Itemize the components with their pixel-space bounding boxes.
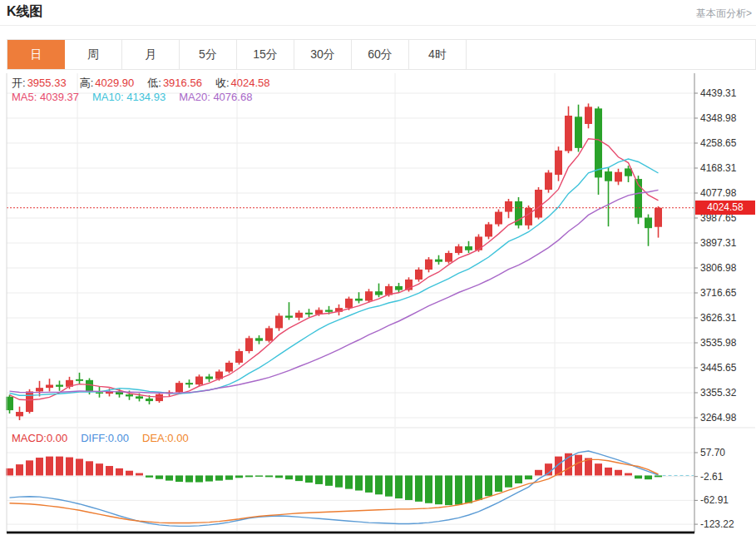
x-axis-line xyxy=(7,532,694,534)
diff-value-readout: DIFF:0.00 xyxy=(81,432,129,444)
ma10-line xyxy=(10,159,659,395)
ma5-line xyxy=(10,139,659,400)
macd-hist-bar xyxy=(605,468,612,476)
macd-hist-bar xyxy=(185,475,193,482)
diff-line xyxy=(10,451,659,526)
candle-body xyxy=(136,396,143,399)
y-tick-label: 4077.98 xyxy=(700,187,737,199)
candle-body xyxy=(655,208,662,227)
macd-hist-bar xyxy=(465,475,472,503)
candle-body xyxy=(245,338,253,351)
macd-hist-bar xyxy=(205,475,213,481)
macd-hist-bar xyxy=(26,460,33,475)
candle-body xyxy=(645,218,652,229)
macd-hist-bar xyxy=(215,475,223,480)
candle-body xyxy=(525,208,532,225)
macd-hist-bar xyxy=(305,475,313,483)
candle-body xyxy=(275,315,283,328)
macd-hist-bar xyxy=(595,463,602,475)
ma5-readout: MA5: 4039.37 xyxy=(12,91,79,103)
y-tick-label: 3355.32 xyxy=(700,387,737,399)
candle-body xyxy=(435,260,442,262)
macd-hist-bar xyxy=(335,475,343,487)
macd-hist-bar xyxy=(485,475,492,496)
macd-hist-bar xyxy=(46,457,53,476)
macd-hist-bar xyxy=(435,475,442,504)
candle-body xyxy=(185,383,193,384)
candle-body xyxy=(585,107,592,124)
candle-body xyxy=(375,291,383,295)
macd-hist-bar xyxy=(136,473,143,476)
macd-value-readout: MACD:0.00 xyxy=(12,432,67,444)
candle-body xyxy=(555,151,562,175)
candle-body xyxy=(265,328,273,340)
macd-hist-bar xyxy=(455,475,462,504)
candle-body xyxy=(225,363,233,372)
macd-hist-bar xyxy=(225,475,233,479)
macd-hist-bar xyxy=(655,475,662,477)
candle-body xyxy=(535,190,542,218)
macd-hist-bar xyxy=(255,475,263,476)
candle-body xyxy=(56,384,63,386)
macd-hist-bar xyxy=(475,475,482,499)
candle-body xyxy=(16,412,23,416)
high-readout: 高:4029.90 xyxy=(80,76,135,91)
macd-hist-bar xyxy=(395,475,403,498)
candle-body xyxy=(195,377,203,385)
open-readout: 开:3955.33 xyxy=(12,76,67,91)
macd-hist-bar xyxy=(56,457,63,476)
y-tick-label: -2.61 xyxy=(700,471,724,483)
macd-hist-bar xyxy=(535,470,542,476)
candle-body xyxy=(575,116,582,148)
macd-hist-bar xyxy=(295,475,303,481)
candle-body xyxy=(545,172,552,190)
y-tick-label: -62.91 xyxy=(700,494,729,506)
candle-body xyxy=(445,253,452,262)
ma20-line xyxy=(10,190,659,393)
candle-body xyxy=(605,171,612,181)
macd-hist-bar xyxy=(505,475,512,487)
y-tick-label: -123.22 xyxy=(700,518,734,530)
candle-body xyxy=(76,379,83,381)
macd-hist-bar xyxy=(156,475,163,478)
candle-body xyxy=(285,315,293,317)
macd-hist-bar xyxy=(515,475,522,483)
candle-body xyxy=(565,116,572,151)
candle-body xyxy=(505,201,512,212)
macd-hist-bar xyxy=(66,458,73,476)
y-tick-label: 3716.65 xyxy=(700,287,737,299)
candle-body xyxy=(126,394,133,396)
candle-body xyxy=(395,286,403,290)
y-tick-label: 57.70 xyxy=(700,447,725,458)
candle-body xyxy=(96,392,103,394)
ma10-readout: MA10: 4134.93 xyxy=(92,91,166,103)
y-tick-label: 4258.65 xyxy=(700,137,737,149)
candle-body xyxy=(255,338,263,340)
candle-body xyxy=(365,291,373,300)
macd-hist-bar xyxy=(385,475,393,496)
macd-hist-bar xyxy=(425,475,432,503)
macd-hist-bar xyxy=(445,475,452,505)
candle-body xyxy=(465,246,472,250)
macd-hist-bar xyxy=(525,475,532,479)
macd-hist-bar xyxy=(325,475,333,485)
candle-body xyxy=(235,351,243,363)
macd-hist-bar xyxy=(575,455,582,476)
macd-hist-bar xyxy=(365,475,373,492)
y-tick-label: 4439.31 xyxy=(700,87,737,99)
candle-body xyxy=(325,310,333,311)
macd-hist-bar xyxy=(106,466,113,475)
candle-body xyxy=(156,394,163,401)
current-price-tag: 4024.58 xyxy=(695,201,755,215)
macd-hist-bar xyxy=(635,475,642,478)
candle-body xyxy=(295,313,303,318)
macd-hist-bar xyxy=(166,475,173,480)
y-tick-label: 3445.65 xyxy=(700,362,737,374)
dea-value-readout: DEA:0.00 xyxy=(142,432,189,444)
candle-body xyxy=(305,313,313,315)
candle-body xyxy=(175,383,183,392)
macd-hist-bar xyxy=(285,475,293,479)
ma20-readout: MA20: 4076.68 xyxy=(179,91,252,103)
ma-readout: MA5: 4039.37 MA10: 4134.93 MA20: 4076.68 xyxy=(12,91,252,103)
macd-hist-bar xyxy=(355,475,363,490)
